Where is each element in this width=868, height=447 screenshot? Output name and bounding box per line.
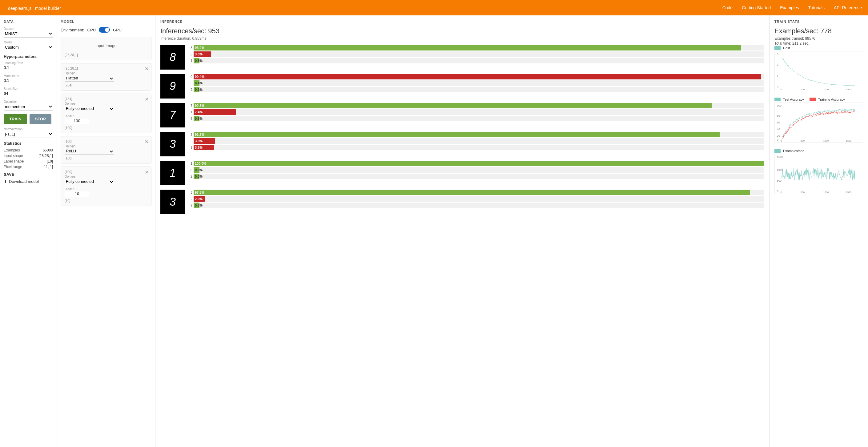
- nav-bar: Code Getting Started Examples Tutorials …: [722, 5, 862, 10]
- inference-panel: INFERENCE Inferences/sec: 953 Inference …: [155, 16, 770, 447]
- dataset-select[interactable]: MNIST: [4, 31, 53, 36]
- bar-row-1-0: 099.4%: [188, 74, 764, 80]
- optimizer-field[interactable]: momentum: [4, 104, 53, 111]
- bar-label-0-2: 1: [188, 59, 192, 62]
- model-panel: MODEL Environment: CPU GPU Input Image[2…: [57, 16, 155, 447]
- op-type-label: Op type: [65, 102, 148, 105]
- bar-label-0-1: 6: [188, 52, 192, 56]
- layer-badge-in: [28,28,1]: [65, 66, 148, 70]
- save-title: SAVE: [4, 172, 53, 177]
- svg-text:1: 1: [777, 75, 778, 78]
- layer-close-btn[interactable]: ✕: [145, 139, 149, 145]
- normalization-select[interactable]: [-1, 1]: [4, 131, 53, 137]
- bar-inner-1-1: 0.4%: [194, 80, 199, 86]
- bar-label-3-2: 9: [188, 146, 192, 149]
- nav-code[interactable]: Code: [722, 5, 733, 10]
- nav-getting-started[interactable]: Getting Started: [742, 5, 771, 10]
- bar-row-5-1: 22.0%: [188, 196, 764, 202]
- bar-inner-2-2: 0.8%: [194, 116, 199, 121]
- infer-card-3: 3392.2%53.8%93.6%: [160, 132, 764, 156]
- layer-close-btn[interactable]: ✕: [145, 96, 149, 102]
- data-panel-title: DATA: [4, 20, 53, 23]
- layer-badge-out: [784]: [65, 83, 148, 87]
- dataset-field[interactable]: MNIST: [4, 31, 53, 37]
- bar-label-5-1: 2: [188, 197, 192, 201]
- svg-text:2: 2: [777, 63, 778, 66]
- lr-input[interactable]: [4, 65, 53, 71]
- infer-duration: Inference duration: 0.853ms: [160, 36, 764, 41]
- cost-chart-svg: 3 2 1 0 0 500 1000 1500: [774, 51, 863, 91]
- stats-value: [28,28,1]: [38, 154, 53, 158]
- layer-badge-in: [784]: [65, 97, 148, 101]
- infer-card-4: 11100.0%80.0%20.0%: [160, 161, 764, 185]
- env-gpu-label: GPU: [113, 28, 122, 32]
- bar-inner-5-0: 97.5%: [194, 190, 750, 195]
- brand-name: deeplearn.js: [8, 6, 31, 11]
- bar-inner-3-2: 3.6%: [194, 145, 214, 150]
- stats-row: Label shape[10]: [4, 159, 53, 163]
- nav-examples[interactable]: Examples: [780, 5, 799, 10]
- train-stats-panel: TRAIN STATS Examples/sec: 778 Examples t…: [770, 16, 868, 447]
- op-type-select[interactable]: Fully connected: [65, 179, 114, 185]
- op-type-select[interactable]: ReLU: [65, 148, 114, 154]
- bar-outer-1-2: 0.1%: [194, 87, 764, 92]
- statistics-title: Statistics: [4, 141, 53, 146]
- bar-row-2-1: 17.4%: [188, 109, 764, 115]
- train-button[interactable]: TRAIN: [4, 114, 27, 124]
- download-model-row[interactable]: ⬇ Download model: [4, 179, 53, 184]
- bar-label-4-0: 1: [188, 161, 192, 165]
- model-select[interactable]: Custom: [4, 44, 53, 50]
- layer-badge-in: [100]: [65, 140, 148, 143]
- stats-row: Examples65000: [4, 148, 53, 152]
- model-panel-title: MODEL: [61, 20, 151, 23]
- infer-card-0: 8895.9%63.0%10.5%: [160, 45, 764, 69]
- data-panel: DATA Dataset MNIST Model Custom Hyperpar…: [0, 16, 57, 447]
- infer-bars-0: 895.9%63.0%10.5%: [188, 45, 764, 64]
- hidden-nodes-label: Hidden ...: [65, 187, 148, 191]
- svg-text:0: 0: [781, 191, 782, 193]
- svg-text:3: 3: [777, 53, 778, 56]
- bar-row-0-2: 10.5%: [188, 58, 764, 63]
- bar-inner-4-1: 0.0%: [194, 167, 199, 173]
- stats-label: Label shape: [4, 159, 24, 163]
- nav-tutorials[interactable]: Tutorials: [808, 5, 825, 10]
- train-stop-row: TRAIN STOP: [4, 114, 53, 124]
- bar-outer-4-2: 0.0%: [194, 174, 764, 179]
- stop-button[interactable]: STOP: [30, 114, 52, 124]
- bar-inner-5-2: 0.5%: [194, 203, 199, 208]
- layer-card-relu: [100]✕Op typeReLU[100]: [61, 136, 151, 163]
- bar-outer-2-2: 0.8%: [194, 116, 764, 121]
- bar-label-1-2: 9: [188, 88, 192, 91]
- hidden-nodes-input[interactable]: [65, 191, 89, 197]
- examples-sec-chart-wrap: Examples/sec 1500 1000 500 0 0 500 1000 …: [774, 149, 863, 195]
- stats-label: Input shape: [4, 154, 23, 158]
- layer-close-btn[interactable]: ✕: [145, 66, 149, 72]
- bar-row-0-1: 63.0%: [188, 52, 764, 57]
- op-type-select[interactable]: Fully connected: [65, 106, 114, 112]
- bar-row-4-2: 20.0%: [188, 174, 764, 179]
- momentum-input[interactable]: [4, 78, 53, 84]
- env-toggle[interactable]: [99, 27, 110, 33]
- accuracy-chart-legend: Test Accuracy Training Accuracy: [774, 97, 863, 101]
- infer-card-5: 3397.5%22.0%?0.5%: [160, 190, 764, 214]
- infer-digit-4: 1: [160, 161, 185, 185]
- optimizer-select[interactable]: momentum: [4, 104, 53, 109]
- layer-card-input: Input Image[28,28,1]: [61, 37, 151, 60]
- infer-rate: Inferences/sec: 953: [160, 27, 764, 35]
- model-field[interactable]: Custom: [4, 44, 53, 51]
- bar-label-5-0: 3: [188, 190, 192, 194]
- nav-api-reference[interactable]: API Reference: [834, 5, 862, 10]
- bar-outer-4-0: 100.0%: [194, 161, 764, 166]
- bar-label-4-1: 8: [188, 168, 192, 172]
- normalization-field[interactable]: [-1, 1]: [4, 131, 53, 138]
- batch-size-input[interactable]: [4, 91, 53, 97]
- svg-text:500: 500: [801, 140, 805, 142]
- layer-close-btn[interactable]: ✕: [145, 169, 149, 175]
- bar-inner-0-2: 0.5%: [194, 58, 199, 63]
- op-type-select[interactable]: Flatten: [65, 76, 114, 82]
- hidden-nodes-input[interactable]: [65, 119, 89, 124]
- layer-badge-in: [100]: [65, 170, 148, 174]
- svg-text:100: 100: [777, 104, 781, 107]
- infer-bars-1: 099.4%50.4%90.1%: [188, 74, 764, 93]
- bar-row-4-0: 1100.0%: [188, 161, 764, 166]
